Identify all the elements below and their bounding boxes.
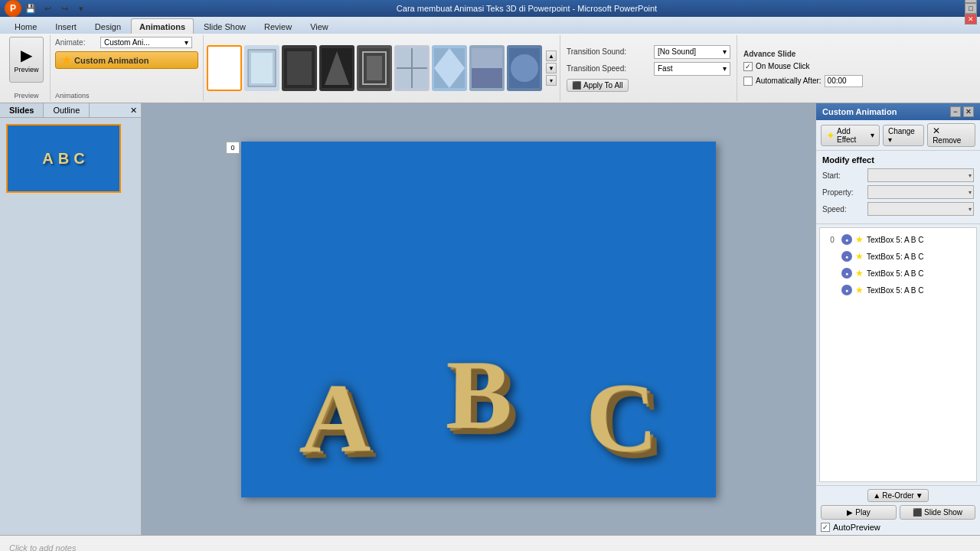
transition-speed-row: Transition Speed: Fast ▾ xyxy=(567,62,730,76)
transition-5[interactable] xyxy=(394,45,430,91)
close-button[interactable]: ✕ xyxy=(965,14,977,24)
star-icon: ★ xyxy=(62,54,71,66)
trigger-icon: ● xyxy=(841,268,852,279)
ribbon-content: ▶ Preview Preview Animate: Custom Ani...… xyxy=(0,34,980,103)
undo-button[interactable]: ↩ xyxy=(40,1,55,16)
tab-animations[interactable]: Animations xyxy=(131,18,194,34)
autopreview-row: AutoPreview xyxy=(821,523,975,532)
anim-item-3[interactable]: ● ★ TextBox 5: A B C xyxy=(823,282,973,298)
reorder-row: ▲ Re-Order ▼ xyxy=(821,489,975,502)
window-title: Cara membuat Animasi Teks 3D di Powerpoi… xyxy=(89,4,965,13)
preview-button[interactable]: ▶ Preview xyxy=(9,37,44,83)
transition-4[interactable] xyxy=(357,45,392,91)
dropdown-arrow-icon: ▾ xyxy=(871,131,874,139)
play-button[interactable]: ▶ Play xyxy=(821,505,897,520)
tab-design[interactable]: Design xyxy=(87,18,129,34)
slide-1-thumbnail[interactable]: A B C xyxy=(6,124,121,193)
dropdown-arrow-icon: ▾ xyxy=(723,64,727,73)
tab-view[interactable]: View xyxy=(302,18,337,34)
animation-panel-footer: ▲ Re-Order ▼ ▶ Play ⬛ Slide Show AutoPre… xyxy=(816,485,980,535)
trigger-icon: ● xyxy=(841,251,852,262)
animations-group: Animate: Custom Ani... ▾ ★ Custom Animat… xyxy=(51,35,204,101)
transition-1[interactable] xyxy=(244,45,279,91)
start-row: Start: ▾ xyxy=(822,168,974,182)
transition-3[interactable] xyxy=(319,45,354,91)
panel-minimize-button[interactable]: − xyxy=(950,106,961,117)
advance-slide-group: Advance Slide On Mouse Click Automatical… xyxy=(737,35,869,101)
slides-tabs: Slides Outline ✕ xyxy=(0,103,141,118)
ribbon: Home Insert Design Animations Slide Show… xyxy=(0,17,980,103)
slideshow-button[interactable]: ⬛ Slide Show xyxy=(900,505,975,520)
transitions-group: ▲ ▼ ▾ xyxy=(204,35,560,101)
more-button[interactable]: ▾ xyxy=(74,1,89,16)
dropdown-arrow-icon: ▾ xyxy=(969,206,972,213)
on-mouse-click-row: On Mouse Click xyxy=(743,62,863,71)
transition-2[interactable] xyxy=(282,45,317,91)
auto-after-row: Automatically After: 00:00 xyxy=(743,75,863,87)
transition-7[interactable] xyxy=(469,45,505,91)
start-dropdown[interactable]: ▾ xyxy=(867,168,974,182)
transition-speed-dropdown[interactable]: Fast ▾ xyxy=(654,62,730,76)
scroll-more-button[interactable]: ▾ xyxy=(546,75,557,86)
transition-settings-group: Transition Sound: [No Sound] ▾ Transitio… xyxy=(560,35,737,101)
office-logo-icon: P xyxy=(5,0,21,17)
window-controls: − □ ✕ xyxy=(965,0,977,24)
notes-area[interactable]: Click to add notes xyxy=(0,535,980,551)
transition-scroll: ▲ ▼ ▾ xyxy=(546,51,557,86)
scroll-down-button[interactable]: ▼ xyxy=(546,63,557,73)
svg-rect-15 xyxy=(472,48,502,68)
panel-close-button[interactable]: ✕ xyxy=(963,106,974,117)
change-button[interactable]: Change ▾ xyxy=(883,125,924,146)
anim-item-2[interactable]: ● ★ TextBox 5: A B C xyxy=(823,265,973,282)
apply-icon: ⬛ xyxy=(572,81,581,90)
animation-list: 0 ● ★ TextBox 5: A B C ● ★ TextBox 5: A … xyxy=(819,227,977,482)
letter-b: B xyxy=(445,344,512,444)
scroll-up-button[interactable]: ▲ xyxy=(546,51,557,61)
save-button[interactable]: 💾 xyxy=(23,1,38,16)
anim-item-1[interactable]: ● ★ TextBox 5: A B C xyxy=(823,248,973,265)
modify-effect-section: Modify effect Start: ▾ Property: ▾ Speed… xyxy=(816,151,980,224)
custom-animation-button[interactable]: ★ Custom Animation xyxy=(55,51,198,69)
slide-canvas[interactable]: 0 A B C xyxy=(241,142,716,497)
svg-rect-3 xyxy=(287,51,312,85)
svg-rect-7 xyxy=(367,56,382,80)
transition-none[interactable] xyxy=(207,45,242,91)
auto-after-input[interactable]: 00:00 xyxy=(825,75,863,87)
dropdown-arrow-icon: ▾ xyxy=(723,47,727,56)
redo-button[interactable]: ↪ xyxy=(57,1,72,16)
canvas-area[interactable]: 0 A B C xyxy=(142,103,815,535)
property-row: Property: ▾ xyxy=(822,185,974,199)
property-dropdown[interactable]: ▾ xyxy=(867,185,974,199)
abc-letters: A B C xyxy=(241,344,716,467)
animate-dropdown[interactable]: Custom Ani... ▾ xyxy=(100,37,192,48)
slides-panel: Slides Outline ✕ 1 A B C xyxy=(0,103,142,535)
preview-icon: ▶ xyxy=(21,46,32,64)
reorder-up-button[interactable]: ▲ Re-Order ▼ xyxy=(867,489,929,502)
tab-slideshow[interactable]: Slide Show xyxy=(195,18,254,34)
apply-to-all-button[interactable]: ⬛ Apply To All xyxy=(567,79,629,92)
remove-button[interactable]: ✕ Remove xyxy=(927,123,975,147)
on-mouse-click-checkbox[interactable] xyxy=(743,62,753,71)
effect-star-icon-4: ★ xyxy=(855,285,864,295)
transition-sound-dropdown[interactable]: [No Sound] ▾ xyxy=(654,45,730,59)
svg-point-18 xyxy=(511,54,538,82)
ribbon-tabs: Home Insert Design Animations Slide Show… xyxy=(0,17,980,34)
tab-slides[interactable]: Slides xyxy=(0,103,44,117)
autopreview-checkbox[interactable] xyxy=(821,523,830,532)
transition-8[interactable] xyxy=(507,45,542,91)
effect-star-icon: ★ xyxy=(855,234,864,245)
tab-review[interactable]: Review xyxy=(256,18,300,34)
tab-home[interactable]: Home xyxy=(6,18,45,34)
transition-6[interactable] xyxy=(432,45,467,91)
auto-after-checkbox[interactable] xyxy=(743,77,753,86)
slide-1-wrapper: 1 A B C xyxy=(6,124,121,196)
tab-outline[interactable]: Outline xyxy=(44,103,90,117)
letter-c: C xyxy=(585,367,659,468)
office-button[interactable]: P xyxy=(3,0,23,17)
maximize-button[interactable]: □ xyxy=(965,3,977,14)
anim-item-0[interactable]: 0 ● ★ TextBox 5: A B C xyxy=(823,231,973,248)
tab-insert[interactable]: Insert xyxy=(47,18,85,34)
speed-dropdown[interactable]: ▾ xyxy=(867,202,974,216)
add-effect-button[interactable]: ✦ Add Effect ▾ xyxy=(821,125,880,146)
slides-panel-close[interactable]: ✕ xyxy=(126,103,141,117)
